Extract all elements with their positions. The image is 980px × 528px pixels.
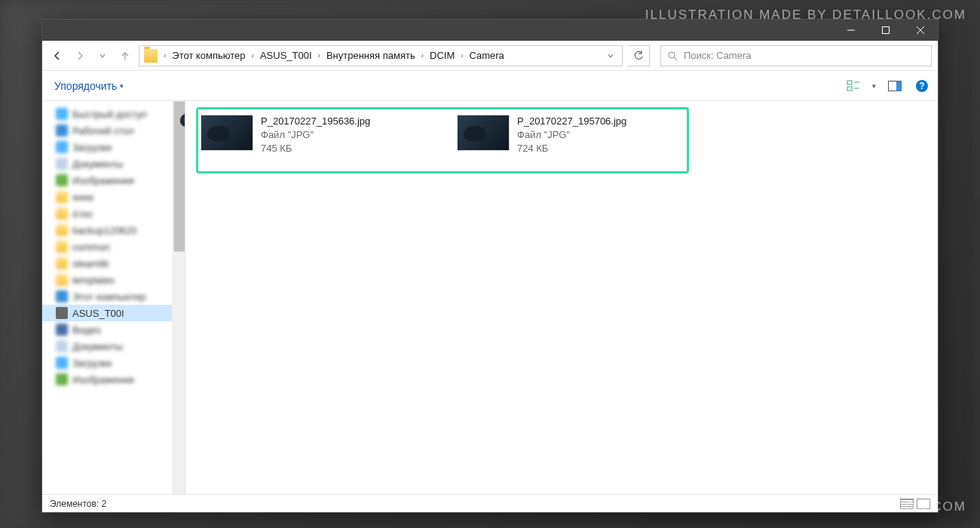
sidebar-icon xyxy=(56,357,68,369)
svg-rect-11 xyxy=(896,81,902,91)
sidebar-item-label: Изображения xyxy=(72,175,134,186)
toolbar: Упорядочить ▾ ▾ ? xyxy=(42,71,938,101)
file-name: P_20170227_195636.jpg xyxy=(261,115,370,128)
search-input[interactable]: Поиск: Camera xyxy=(660,45,932,66)
explorer-window: › Этот компьютер› ASUS_T00I› Внутренняя … xyxy=(41,19,939,513)
navigation-pane[interactable]: Быстрый доступРабочий столЗагрузкиДокуме… xyxy=(42,101,185,494)
sidebar-item-label: Загрузки xyxy=(72,142,112,153)
sidebar-icon xyxy=(56,124,68,137)
sidebar-icon xyxy=(56,241,68,253)
sidebar-item-13[interactable]: Видео xyxy=(42,321,185,338)
sidebar-item-label: Документы xyxy=(72,158,123,170)
search-icon xyxy=(667,51,678,61)
sidebar-item-label: Загрузки xyxy=(72,358,112,369)
preview-pane-button[interactable] xyxy=(887,78,903,94)
sidebar-item-3[interactable]: Документы xyxy=(42,155,185,172)
address-bar: › Этот компьютер› ASUS_T00I› Внутренняя … xyxy=(42,41,938,71)
svg-point-4 xyxy=(669,52,675,58)
crumb-2[interactable]: Внутренняя память xyxy=(323,48,418,63)
maximize-button[interactable] xyxy=(868,20,903,41)
file-type: Файл "JPG" xyxy=(261,128,370,142)
nav-forward-button[interactable] xyxy=(71,47,89,65)
svg-text:?: ? xyxy=(919,81,924,91)
sidebar-item-4[interactable]: Изображения xyxy=(42,172,185,189)
sidebar-item-1[interactable]: Рабочий стол xyxy=(42,122,185,139)
svg-rect-7 xyxy=(847,87,852,91)
nav-back-button[interactable] xyxy=(48,47,66,65)
help-button[interactable]: ? xyxy=(914,78,930,94)
crumb-0[interactable]: Этот компьютер xyxy=(169,48,248,63)
svg-rect-1 xyxy=(883,27,890,34)
sidebar-item-label: Документы xyxy=(72,341,123,352)
nav-up-button[interactable] xyxy=(116,47,134,65)
sidebar-icon xyxy=(56,174,68,186)
sidebar-item-label: Этот компьютер xyxy=(72,291,145,302)
sidebar-icon xyxy=(56,191,68,203)
sidebar-item-11[interactable]: Этот компьютер xyxy=(42,288,185,305)
sidebar-item-5[interactable]: www xyxy=(42,189,185,205)
file-size: 745 КБ xyxy=(261,142,370,155)
watermark-bottom: ILLUSTRATION MADE BY DETAILLOOK.COM xyxy=(645,499,966,514)
item-count: Элементов: 2 xyxy=(50,499,106,509)
sidebar-icon xyxy=(56,274,68,286)
titlebar xyxy=(42,20,938,41)
sidebar-item-label: backup120620 xyxy=(72,225,136,236)
sidebar-item-label: common xyxy=(72,241,110,253)
file-list-pane[interactable]: P_20170227_195636.jpgФайл "JPG"745 КБP_2… xyxy=(185,101,938,494)
sidebar-item-label: www xyxy=(72,192,93,203)
file-thumbnail xyxy=(201,115,253,151)
sidebar-icon xyxy=(56,108,68,120)
sidebar-item-7[interactable]: backup120620 xyxy=(42,222,185,238)
search-placeholder: Поиск: Camera xyxy=(684,50,751,61)
folder-icon xyxy=(144,49,158,63)
file-size: 724 КБ xyxy=(517,142,626,155)
view-dropdown[interactable]: ▾ xyxy=(872,82,876,90)
sidebar-item-6[interactable]: d.loc xyxy=(42,205,185,222)
svg-line-5 xyxy=(674,57,677,60)
sidebar-icon xyxy=(56,224,68,236)
sidebar-item-label: Изображения xyxy=(72,374,134,385)
sidebar-item-12[interactable]: ASUS_T00I xyxy=(42,305,185,321)
refresh-button[interactable] xyxy=(627,45,650,66)
sidebar-item-15[interactable]: Загрузки xyxy=(42,355,185,371)
sidebar-item-16[interactable]: Изображения xyxy=(42,371,185,388)
sidebar-icon xyxy=(56,290,68,302)
sidebar-item-label: Рабочий стол xyxy=(72,125,134,137)
minimize-button[interactable] xyxy=(834,20,868,41)
crumb-4[interactable]: Camera xyxy=(467,48,507,63)
sidebar-scrollbar[interactable] xyxy=(172,101,185,494)
sidebar-item-label: steamlib xyxy=(72,258,109,269)
sidebar-item-9[interactable]: steamlib xyxy=(42,255,185,272)
watermark-top: ILLUSTRATION MADE BY DETAILLOOK.COM xyxy=(645,8,966,23)
sidebar-item-14[interactable]: Документы xyxy=(42,338,185,355)
breadcrumb-bar[interactable]: › Этот компьютер› ASUS_T00I› Внутренняя … xyxy=(139,45,623,66)
sidebar-item-0[interactable]: Быстрый доступ xyxy=(42,106,185,122)
close-button[interactable] xyxy=(903,20,938,41)
sidebar-item-label: Видео xyxy=(72,324,101,336)
sidebar-icon xyxy=(56,340,68,352)
sidebar-icon xyxy=(56,141,68,153)
sidebar-icon xyxy=(56,257,68,269)
file-thumbnail xyxy=(457,115,510,151)
nav-recent-dropdown[interactable] xyxy=(93,47,112,65)
file-type: Файл "JPG" xyxy=(517,128,626,142)
sidebar-icon xyxy=(56,307,68,319)
file-item-0[interactable]: P_20170227_195636.jpgФайл "JPG"745 КБ xyxy=(199,112,425,159)
crumb-1[interactable]: ASUS_T00I xyxy=(257,48,315,63)
sidebar-icon xyxy=(56,207,68,219)
sidebar-item-2[interactable]: Загрузки xyxy=(42,139,185,155)
svg-rect-6 xyxy=(847,81,852,84)
sidebar-item-10[interactable]: templates xyxy=(42,272,185,288)
organize-menu[interactable]: Упорядочить ▾ xyxy=(50,77,128,95)
view-options-button[interactable] xyxy=(845,78,862,94)
sidebar-item-label: Быстрый доступ xyxy=(72,109,147,120)
file-name: P_20170227_195706.jpg xyxy=(517,115,626,128)
sidebar-item-8[interactable]: common xyxy=(42,238,185,255)
sidebar-icon xyxy=(56,324,68,336)
file-item-1[interactable]: P_20170227_195706.jpgФайл "JPG"724 КБ xyxy=(455,112,681,159)
address-dropdown[interactable] xyxy=(602,52,619,60)
sidebar-item-label: templates xyxy=(72,275,115,286)
crumb-3[interactable]: DCIM xyxy=(427,48,458,63)
sidebar-icon xyxy=(56,158,68,170)
sidebar-item-label: ASUS_T00I xyxy=(72,308,124,319)
